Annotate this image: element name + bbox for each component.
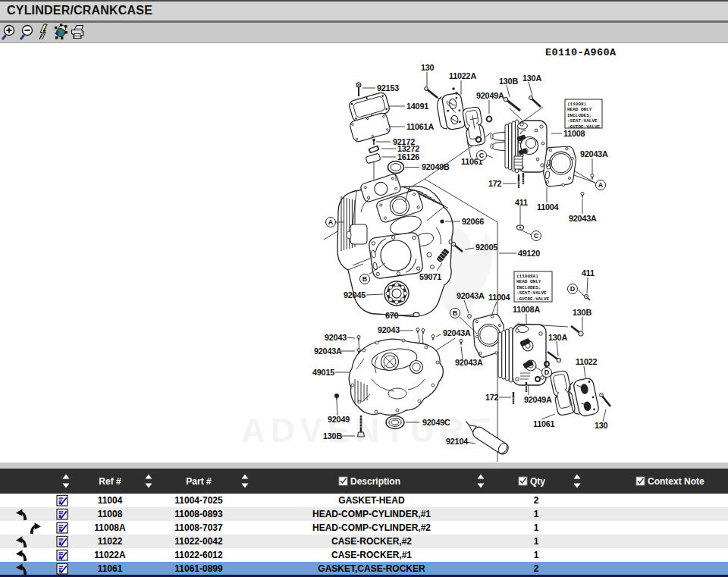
svg-text:Description: Description (350, 476, 400, 487)
svg-text:A: A (598, 181, 604, 189)
svg-text:INCLUDES;: INCLUDES; (516, 285, 541, 290)
svg-text:92043A: 92043A (457, 291, 485, 300)
svg-text:11008A: 11008A (513, 305, 540, 314)
svg-text:-GUIDE-VALVE: -GUIDE-VALVE (516, 296, 550, 302)
svg-text:B: B (362, 275, 368, 283)
svg-text:92049B: 92049B (422, 162, 450, 171)
svg-text:92104: 92104 (446, 437, 468, 446)
svg-text:92049C: 92049C (422, 418, 450, 427)
svg-text:411: 411 (582, 268, 595, 278)
svg-text:HEAD ONLY: HEAD ONLY (567, 107, 592, 112)
svg-text:92066: 92066 (462, 217, 484, 226)
svg-text:92043: 92043 (325, 333, 347, 342)
svg-text:92005: 92005 (475, 243, 497, 252)
svg-text:92153: 92153 (377, 83, 399, 93)
svg-text:(11008): (11008) (567, 102, 586, 107)
svg-text:92049: 92049 (328, 415, 350, 424)
svg-text:14091: 14091 (406, 102, 428, 111)
svg-text:92049A: 92049A (524, 395, 552, 404)
svg-text:E0110-A960A: E0110-A960A (545, 47, 617, 58)
svg-text:(11008A): (11008A) (516, 274, 538, 279)
svg-text:92043A: 92043A (443, 328, 471, 337)
svg-text:Ref #: Ref # (99, 476, 121, 487)
svg-text:92043: 92043 (378, 325, 400, 334)
svg-text:B: B (453, 309, 458, 317)
svg-text:INCLUDES;: INCLUDES; (567, 113, 592, 118)
svg-text:C: C (534, 232, 539, 240)
svg-text:16126: 16126 (397, 152, 419, 161)
svg-text:172: 172 (488, 179, 502, 188)
svg-text:130A: 130A (548, 333, 567, 342)
svg-text:49120: 49120 (518, 249, 540, 258)
svg-text:11061A: 11061A (406, 122, 434, 131)
svg-text:11008: 11008 (563, 129, 585, 138)
svg-text:11022: 11022 (576, 357, 598, 366)
svg-text:11061: 11061 (533, 419, 555, 428)
svg-text:-SEAT-VALVE: -SEAT-VALVE (516, 290, 547, 296)
svg-text:49015: 49015 (312, 368, 334, 377)
svg-text:11004: 11004 (488, 293, 510, 302)
svg-text:-SEAT-VALVE: -SEAT-VALVE (567, 118, 598, 124)
svg-text:HEAD ONLY: HEAD ONLY (516, 279, 541, 284)
svg-text:130: 130 (421, 63, 435, 72)
svg-text:11022A: 11022A (449, 71, 476, 80)
svg-text:92043A: 92043A (314, 347, 342, 356)
svg-text:92043A: 92043A (455, 358, 483, 367)
svg-text:59071: 59071 (419, 272, 441, 281)
svg-text:C: C (479, 152, 485, 159)
svg-text:92049A: 92049A (476, 91, 504, 100)
svg-text:130B: 130B (499, 77, 518, 86)
svg-text:411: 411 (515, 198, 528, 207)
svg-text:Part #: Part # (186, 476, 212, 487)
svg-text:130B: 130B (573, 308, 592, 317)
svg-text:92043A: 92043A (569, 214, 597, 223)
svg-text:92045: 92045 (344, 290, 366, 299)
svg-text:172: 172 (485, 393, 499, 402)
svg-text:-GUIDE-VALVE: -GUIDE-VALVE (567, 124, 601, 130)
svg-text:130A: 130A (522, 74, 541, 83)
svg-text:92043A: 92043A (580, 149, 608, 158)
svg-text:D: D (544, 368, 550, 376)
svg-text:130B: 130B (323, 431, 342, 441)
svg-text:670: 670 (385, 311, 399, 320)
svg-text:130: 130 (595, 421, 608, 430)
svg-text:11004: 11004 (537, 202, 559, 212)
svg-text:Qty: Qty (530, 476, 545, 487)
svg-text:Context Note: Context Note (648, 476, 704, 487)
svg-text:A: A (328, 218, 334, 226)
svg-text:D: D (570, 285, 576, 293)
